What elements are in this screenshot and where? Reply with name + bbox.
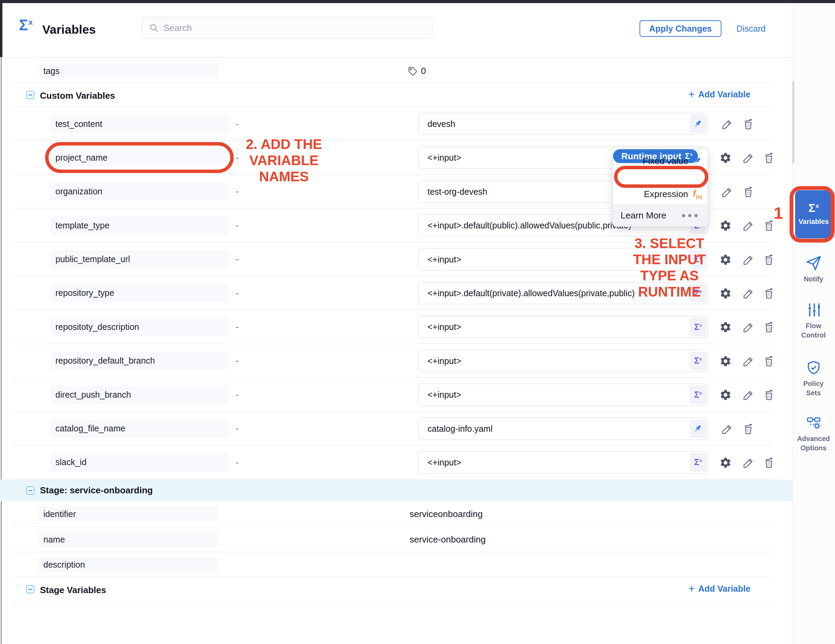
gear-icon[interactable] [719, 456, 733, 470]
pencil-icon[interactable] [742, 151, 755, 165]
runtime-sigma-icon[interactable]: Σx [690, 453, 706, 472]
runtime-sigma-icon[interactable]: Σx [690, 352, 706, 370]
trash-icon[interactable] [762, 354, 776, 368]
rail-item-policy-sets[interactable]: PolicySets [792, 360, 835, 398]
shield-icon [806, 360, 822, 377]
pencil-icon[interactable] [742, 219, 755, 232]
variable-row-public_template_url: public_template_url-<+input>Σx [0, 243, 792, 276]
rail-item-label: Notify [804, 274, 823, 284]
runtime-sigma-icon[interactable]: Σx [690, 385, 706, 404]
description-empty-dash: - [236, 175, 239, 208]
row-divider [12, 601, 773, 602]
description-empty-dash: - [236, 446, 239, 479]
gear-icon[interactable] [719, 354, 733, 368]
variable-value-input[interactable]: <+input>Σx [418, 316, 708, 338]
discard-button[interactable]: Discard [733, 20, 769, 37]
variable-value-input[interactable]: <+input>Σx [418, 350, 708, 372]
pencil-icon[interactable] [742, 287, 755, 300]
variable-value-input[interactable]: devesh [418, 113, 708, 135]
trash-icon[interactable] [762, 456, 776, 470]
runtime-sigma-icon[interactable]: Σx [690, 250, 706, 269]
pencil-icon[interactable] [742, 253, 755, 267]
dropdown-item-fixed-value[interactable]: Fixed value [613, 154, 708, 168]
description-empty-dash: - [236, 141, 239, 174]
trash-icon[interactable] [762, 151, 776, 165]
trash-icon[interactable] [762, 287, 776, 300]
pencil-icon[interactable] [742, 388, 755, 402]
pencil-icon[interactable] [720, 185, 734, 199]
dropdown-item-expression[interactable]: Expression f(x) [613, 187, 708, 201]
pin-icon[interactable] [690, 419, 706, 438]
gear-icon[interactable] [719, 388, 733, 402]
variable-value-input[interactable]: <+input>Σx [418, 451, 708, 474]
gear-icon[interactable] [719, 320, 733, 334]
tags-label: tags [43, 66, 60, 76]
variable-value-input[interactable]: <+input>Σx [418, 248, 708, 270]
rail-item-label: AdvancedOptions [797, 434, 830, 453]
gear-icon[interactable] [719, 287, 733, 300]
page-title: Variables [42, 23, 96, 36]
variable-value-input[interactable]: catalog-info.yaml [418, 418, 708, 440]
variable-row-test_content: test_content-devesh [0, 107, 792, 141]
description-empty-dash: - [236, 276, 239, 310]
description-empty-dash: - [236, 344, 239, 378]
rail-item-variables[interactable]: Σx Variables [795, 190, 832, 238]
stage-field-name: identifier [43, 509, 76, 519]
pin-icon[interactable] [690, 115, 706, 133]
trash-icon[interactable] [762, 320, 776, 334]
plus-icon: + [688, 583, 695, 594]
variable-value: <+input> [427, 350, 688, 371]
variable-row-direct_push_branch: direct_push_branch-<+input>Σx [0, 378, 792, 412]
tags-row: tags 0 [0, 59, 792, 83]
variable-name: repository_type [55, 288, 114, 298]
scrollbar-thumb[interactable] [792, 81, 794, 164]
collapse-custom-variables-icon[interactable]: − [26, 91, 34, 99]
runtime-sigma-icon[interactable]: Σx [690, 318, 706, 336]
variable-value: catalog-info.yaml [427, 418, 688, 439]
pencil-icon[interactable] [720, 422, 734, 436]
variable-name: catalog_file_name [55, 423, 125, 433]
value-type-dropdown: Fixed value Runtime input Σx Expression … [612, 149, 708, 227]
variable-value-input[interactable]: <+input>Σx [418, 384, 708, 406]
pencil-icon[interactable] [742, 320, 755, 334]
stage-variables-heading: Stage Variables [40, 585, 106, 595]
description-empty-dash: - [236, 412, 239, 446]
add-variable-button[interactable]: + Add Variable [688, 89, 751, 100]
pencil-icon[interactable] [742, 354, 755, 368]
rail-item-notify[interactable]: Notify [792, 255, 835, 284]
search-input[interactable] [164, 23, 425, 33]
runtime-sigma-icon[interactable]: Σx [690, 284, 706, 302]
pencil-icon[interactable] [742, 456, 755, 470]
description-empty-dash: - [236, 243, 239, 276]
variable-row-repository_default_branch: repository_default_branch-<+input>Σx [0, 344, 792, 378]
collapse-stage-variables-icon[interactable]: − [26, 585, 34, 594]
rail-item-flow-control[interactable]: FlowControl [792, 302, 835, 340]
description-empty-dash: - [236, 208, 239, 242]
stage-variables-row: − Stage Variables + Add Variable [0, 577, 792, 602]
add-stage-variable-button[interactable]: + Add Variable [688, 583, 751, 594]
trash-icon[interactable] [762, 388, 776, 402]
tag-icon [408, 67, 418, 76]
gear-icon[interactable] [719, 151, 733, 165]
apply-changes-button[interactable]: Apply Changes [640, 20, 721, 37]
stage-header-row: − Stage: service-onboarding [0, 480, 792, 501]
stage-field-value: serviceonboarding [409, 501, 482, 527]
variable-name: slack_id [55, 457, 86, 467]
pencil-icon[interactable] [720, 117, 734, 131]
variable-value-input[interactable]: <+input>.default(private).allowedValues(… [418, 282, 708, 304]
gear-icon[interactable] [719, 219, 733, 232]
gear-icon[interactable] [719, 253, 733, 267]
collapse-stage-icon[interactable]: − [26, 487, 34, 495]
trash-icon[interactable] [762, 219, 776, 232]
rail-item-label: FlowControl [801, 321, 826, 340]
trash-icon[interactable] [741, 422, 755, 436]
header-divider [0, 57, 792, 57]
dropdown-learn-more[interactable]: Learn More ●●● [613, 204, 708, 226]
search-box[interactable] [142, 17, 432, 39]
rail-item-advanced-options[interactable]: AdvancedOptions [792, 415, 835, 453]
row-divider [12, 83, 773, 83]
trash-icon[interactable] [741, 117, 755, 131]
trash-icon[interactable] [741, 185, 755, 199]
trash-icon[interactable] [762, 253, 776, 267]
variable-name: repositoty_description [55, 322, 139, 332]
